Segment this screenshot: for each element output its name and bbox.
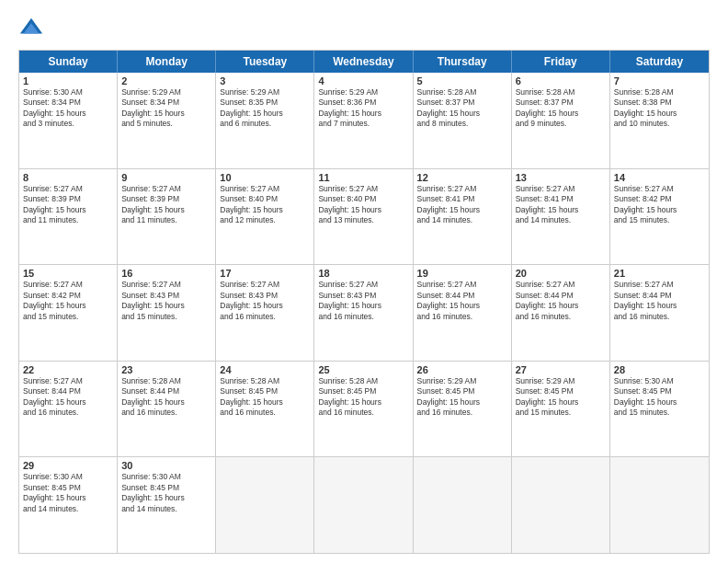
day-number: 28 <box>614 364 705 375</box>
day-number: 5 <box>417 75 507 86</box>
day-number: 3 <box>220 75 310 86</box>
day-info: Sunrise: 5:27 AMSunset: 8:43 PMDaylight:… <box>220 280 310 322</box>
calendar-day-17: 17Sunrise: 5:27 AMSunset: 8:43 PMDayligh… <box>216 265 314 361</box>
day-number: 25 <box>318 364 408 375</box>
calendar-day-21: 21Sunrise: 5:27 AMSunset: 8:44 PMDayligh… <box>610 265 709 361</box>
day-info: Sunrise: 5:27 AMSunset: 8:42 PMDaylight:… <box>614 184 705 226</box>
day-number: 7 <box>614 75 705 86</box>
day-number: 17 <box>220 268 310 279</box>
day-info: Sunrise: 5:28 AMSunset: 8:45 PMDaylight:… <box>220 376 310 419</box>
calendar-empty-cell <box>610 457 709 553</box>
day-info: Sunrise: 5:27 AMSunset: 8:43 PMDaylight:… <box>121 280 211 322</box>
calendar-day-24: 24Sunrise: 5:28 AMSunset: 8:45 PMDayligh… <box>216 362 314 457</box>
day-number: 21 <box>614 268 705 279</box>
day-info: Sunrise: 5:27 AMSunset: 8:42 PMDaylight:… <box>23 280 113 322</box>
day-info: Sunrise: 5:30 AMSunset: 8:45 PMDaylight:… <box>23 472 113 514</box>
calendar-day-30: 30Sunrise: 5:30 AMSunset: 8:45 PMDayligh… <box>118 457 216 553</box>
day-number: 6 <box>516 75 606 86</box>
calendar-day-25: 25Sunrise: 5:28 AMSunset: 8:45 PMDayligh… <box>314 362 413 457</box>
day-info: Sunrise: 5:29 AMSunset: 8:45 PMDaylight:… <box>516 376 606 419</box>
day-info: Sunrise: 5:27 AMSunset: 8:44 PMDaylight:… <box>516 280 606 322</box>
calendar-day-27: 27Sunrise: 5:29 AMSunset: 8:45 PMDayligh… <box>512 362 610 457</box>
day-info: Sunrise: 5:27 AMSunset: 8:39 PMDaylight:… <box>23 184 113 226</box>
calendar-day-22: 22Sunrise: 5:27 AMSunset: 8:44 PMDayligh… <box>19 362 118 457</box>
calendar-day-23: 23Sunrise: 5:28 AMSunset: 8:44 PMDayligh… <box>118 362 216 457</box>
header-day-tuesday: Tuesday <box>216 51 314 73</box>
day-info: Sunrise: 5:28 AMSunset: 8:44 PMDaylight:… <box>121 376 211 419</box>
calendar-day-7: 7Sunrise: 5:28 AMSunset: 8:38 PMDaylight… <box>610 73 709 168</box>
day-info: Sunrise: 5:28 AMSunset: 8:45 PMDaylight:… <box>318 376 408 419</box>
page: SundayMondayTuesdayWednesdayThursdayFrid… <box>0 0 728 563</box>
calendar-day-8: 8Sunrise: 5:27 AMSunset: 8:39 PMDaylight… <box>19 169 118 265</box>
calendar-day-10: 10Sunrise: 5:27 AMSunset: 8:40 PMDayligh… <box>216 169 314 265</box>
day-info: Sunrise: 5:30 AMSunset: 8:45 PMDaylight:… <box>121 472 211 514</box>
day-info: Sunrise: 5:27 AMSunset: 8:43 PMDaylight:… <box>318 280 408 322</box>
header-day-wednesday: Wednesday <box>314 51 413 73</box>
calendar-day-18: 18Sunrise: 5:27 AMSunset: 8:43 PMDayligh… <box>314 265 413 361</box>
calendar-day-2: 2Sunrise: 5:29 AMSunset: 8:34 PMDaylight… <box>118 73 216 168</box>
day-number: 27 <box>516 364 606 375</box>
calendar-day-19: 19Sunrise: 5:27 AMSunset: 8:44 PMDayligh… <box>414 265 512 361</box>
day-number: 30 <box>121 460 211 471</box>
day-number: 18 <box>318 268 408 279</box>
day-info: Sunrise: 5:29 AMSunset: 8:35 PMDaylight:… <box>220 87 310 130</box>
day-number: 11 <box>318 172 408 183</box>
calendar-empty-cell <box>512 457 610 553</box>
day-number: 1 <box>23 75 113 86</box>
calendar-day-13: 13Sunrise: 5:27 AMSunset: 8:41 PMDayligh… <box>512 169 610 265</box>
day-info: Sunrise: 5:27 AMSunset: 8:44 PMDaylight:… <box>614 280 705 322</box>
day-info: Sunrise: 5:29 AMSunset: 8:36 PMDaylight:… <box>318 87 408 130</box>
day-number: 4 <box>318 75 408 86</box>
day-info: Sunrise: 5:29 AMSunset: 8:34 PMDaylight:… <box>121 87 211 130</box>
calendar-day-11: 11Sunrise: 5:27 AMSunset: 8:40 PMDayligh… <box>314 169 413 265</box>
day-info: Sunrise: 5:27 AMSunset: 8:40 PMDaylight:… <box>220 184 310 226</box>
calendar-day-20: 20Sunrise: 5:27 AMSunset: 8:44 PMDayligh… <box>512 265 610 361</box>
calendar-day-9: 9Sunrise: 5:27 AMSunset: 8:39 PMDaylight… <box>118 169 216 265</box>
calendar-week-1: 1Sunrise: 5:30 AMSunset: 8:34 PMDaylight… <box>19 73 709 169</box>
calendar-empty-cell <box>414 457 512 553</box>
day-info: Sunrise: 5:27 AMSunset: 8:44 PMDaylight:… <box>417 280 507 322</box>
day-number: 24 <box>220 364 310 375</box>
day-info: Sunrise: 5:27 AMSunset: 8:39 PMDaylight:… <box>121 184 211 226</box>
day-info: Sunrise: 5:27 AMSunset: 8:41 PMDaylight:… <box>417 184 507 226</box>
day-info: Sunrise: 5:30 AMSunset: 8:34 PMDaylight:… <box>23 87 113 130</box>
day-number: 22 <box>23 364 113 375</box>
calendar-day-16: 16Sunrise: 5:27 AMSunset: 8:43 PMDayligh… <box>118 265 216 361</box>
calendar-week-2: 8Sunrise: 5:27 AMSunset: 8:39 PMDaylight… <box>19 169 709 266</box>
day-number: 14 <box>614 172 705 183</box>
day-number: 15 <box>23 268 113 279</box>
calendar-header: SundayMondayTuesdayWednesdayThursdayFrid… <box>19 51 709 73</box>
header-day-monday: Monday <box>118 51 216 73</box>
logo <box>18 15 48 40</box>
calendar-week-4: 22Sunrise: 5:27 AMSunset: 8:44 PMDayligh… <box>19 362 709 458</box>
day-info: Sunrise: 5:27 AMSunset: 8:41 PMDaylight:… <box>516 184 606 226</box>
calendar-day-4: 4Sunrise: 5:29 AMSunset: 8:36 PMDaylight… <box>314 73 413 168</box>
header-day-sunday: Sunday <box>19 51 118 73</box>
header-day-friday: Friday <box>512 51 610 73</box>
calendar-empty-cell <box>314 457 413 553</box>
calendar-empty-cell <box>216 457 314 553</box>
day-info: Sunrise: 5:28 AMSunset: 8:37 PMDaylight:… <box>516 87 606 130</box>
header <box>18 15 710 40</box>
day-info: Sunrise: 5:27 AMSunset: 8:40 PMDaylight:… <box>318 184 408 226</box>
day-number: 2 <box>121 75 211 86</box>
day-info: Sunrise: 5:28 AMSunset: 8:38 PMDaylight:… <box>614 87 705 130</box>
calendar-day-28: 28Sunrise: 5:30 AMSunset: 8:45 PMDayligh… <box>610 362 709 457</box>
calendar-body: 1Sunrise: 5:30 AMSunset: 8:34 PMDaylight… <box>19 73 709 553</box>
calendar-day-26: 26Sunrise: 5:29 AMSunset: 8:45 PMDayligh… <box>414 362 512 457</box>
day-number: 23 <box>121 364 211 375</box>
day-number: 20 <box>516 268 606 279</box>
day-info: Sunrise: 5:27 AMSunset: 8:44 PMDaylight:… <box>23 376 113 419</box>
day-number: 12 <box>417 172 507 183</box>
logo-icon <box>18 15 44 40</box>
calendar-week-5: 29Sunrise: 5:30 AMSunset: 8:45 PMDayligh… <box>19 457 709 553</box>
day-info: Sunrise: 5:29 AMSunset: 8:45 PMDaylight:… <box>417 376 507 419</box>
day-number: 10 <box>220 172 310 183</box>
calendar-day-6: 6Sunrise: 5:28 AMSunset: 8:37 PMDaylight… <box>512 73 610 168</box>
header-day-saturday: Saturday <box>610 51 709 73</box>
header-day-thursday: Thursday <box>414 51 512 73</box>
calendar-day-14: 14Sunrise: 5:27 AMSunset: 8:42 PMDayligh… <box>610 169 709 265</box>
calendar-day-1: 1Sunrise: 5:30 AMSunset: 8:34 PMDaylight… <box>19 73 118 168</box>
day-number: 13 <box>516 172 606 183</box>
calendar: SundayMondayTuesdayWednesdayThursdayFrid… <box>18 50 710 554</box>
